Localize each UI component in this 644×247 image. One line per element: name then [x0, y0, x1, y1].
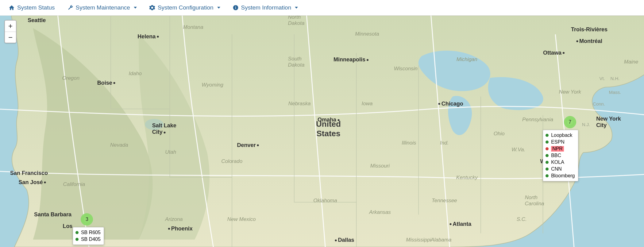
nav-system-maintenance[interactable]: System Maintenance — [67, 4, 137, 11]
cluster-popup-west: SB R605SB D405 — [73, 227, 104, 245]
nav-system-configuration-label: System Configuration — [158, 4, 214, 11]
zoom-in-button[interactable]: + — [5, 21, 16, 32]
status-dot-icon — [546, 161, 549, 164]
caret-down-icon — [295, 7, 298, 9]
cluster-popup-east: LoopbackESPNNPRBBCKOLACNNBloomberg — [543, 130, 578, 181]
status-dot-icon — [546, 174, 549, 177]
nav-system-status[interactable]: System Status — [9, 4, 55, 11]
status-dot-icon — [75, 238, 79, 241]
popup-item[interactable]: Bloomberg — [546, 172, 575, 179]
popup-item-label: ESPN — [551, 139, 565, 145]
cluster-marker-east[interactable]: 7 — [564, 116, 576, 128]
status-dot-icon — [546, 141, 549, 144]
status-dot-icon — [546, 168, 549, 171]
zoom-out-button[interactable]: − — [5, 32, 16, 43]
popup-item[interactable]: KOLA — [546, 159, 575, 166]
cluster-count: 7 — [569, 119, 571, 125]
popup-item-label: SB R605 — [81, 230, 101, 235]
status-dot-icon — [546, 134, 549, 137]
nav-system-maintenance-label: System Maintenance — [76, 4, 130, 11]
gear-icon — [149, 5, 155, 11]
popup-item[interactable]: Loopback — [546, 132, 575, 139]
svg-rect-2 — [235, 6, 236, 7]
zoom-control: + − — [4, 20, 17, 43]
popup-item[interactable]: ESPN — [546, 139, 575, 145]
popup-item-label: BBC — [551, 153, 561, 158]
popup-item[interactable]: NPR — [546, 145, 575, 152]
status-dot-icon — [546, 147, 549, 150]
nav-system-information[interactable]: System Information — [233, 4, 298, 11]
info-icon — [233, 5, 239, 11]
caret-down-icon — [217, 7, 220, 9]
popup-item-label: Bloomberg — [551, 173, 575, 179]
svg-rect-1 — [235, 7, 236, 9]
popup-item-label: CNN — [551, 166, 562, 172]
popup-item[interactable]: SB R605 — [75, 229, 101, 236]
caret-down-icon — [134, 7, 137, 9]
nav-system-information-label: System Information — [241, 4, 291, 11]
home-icon — [9, 5, 15, 11]
popup-item[interactable]: SB D405 — [75, 236, 101, 243]
wrench-icon — [67, 5, 73, 11]
status-dot-icon — [75, 231, 79, 234]
popup-item-label: SB D405 — [81, 237, 101, 242]
popup-item-label: KOLA — [551, 160, 564, 165]
nav-system-configuration[interactable]: System Configuration — [149, 4, 220, 11]
navbar: System Status System Maintenance System … — [0, 0, 644, 15]
nav-system-status-label: System Status — [17, 4, 55, 11]
popup-item-label: NPR — [551, 146, 564, 152]
map-container[interactable]: UnitedStates SeattleHelenaBoiseSalt Lake… — [0, 15, 644, 247]
cluster-marker-west[interactable]: 3 — [81, 213, 93, 226]
popup-item-label: Loopback — [551, 133, 572, 138]
status-dot-icon — [546, 154, 549, 157]
popup-item[interactable]: BBC — [546, 152, 575, 159]
popup-item[interactable]: CNN — [546, 166, 575, 172]
cluster-count: 3 — [86, 217, 88, 222]
